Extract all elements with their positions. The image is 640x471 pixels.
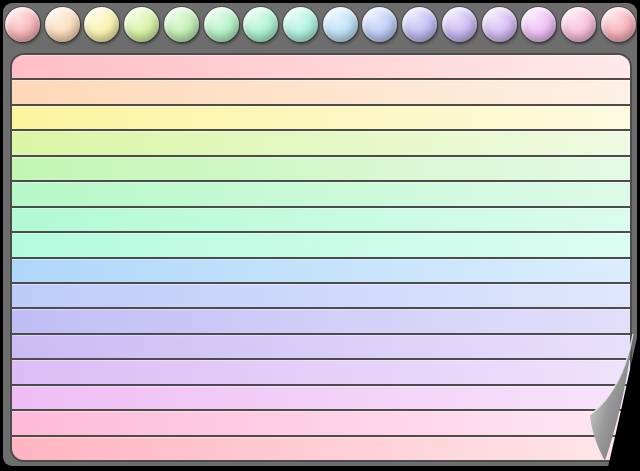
- line-aquamint: [12, 208, 630, 233]
- line-pink: [12, 411, 630, 436]
- dot-lightgreen-icon: [164, 7, 199, 42]
- dot-orchid-icon: [521, 7, 556, 42]
- dot-rose-icon: [601, 7, 636, 42]
- dot-lavender-icon: [402, 7, 437, 42]
- line-yellow: [12, 106, 630, 131]
- page-curl-icon: [560, 320, 640, 471]
- line-lavender: [12, 309, 630, 334]
- line-lightpurple: [12, 335, 630, 360]
- dot-aqua-icon: [283, 7, 318, 42]
- line-yellowgreen: [12, 131, 630, 156]
- line-peach: [12, 80, 630, 105]
- dot-mint-icon: [204, 7, 239, 42]
- dot-salmon-icon: [5, 7, 40, 42]
- dot-lightpurple-icon: [442, 7, 477, 42]
- line-salmon: [12, 55, 630, 80]
- dot-yellow-icon: [84, 7, 119, 42]
- color-dots-bar: [5, 6, 636, 42]
- dot-periwinkle-icon: [362, 7, 397, 42]
- line-lightgreen: [12, 157, 630, 182]
- line-orchid: [12, 386, 630, 411]
- dot-violet-icon: [482, 7, 517, 42]
- dot-pink-icon: [561, 7, 596, 42]
- line-rose: [12, 437, 630, 460]
- notecard-graphic: [0, 0, 640, 471]
- line-aqua: [12, 233, 630, 258]
- line-periwinkle: [12, 284, 630, 309]
- dot-lightblue-icon: [323, 7, 358, 42]
- line-violet: [12, 360, 630, 385]
- dot-aquamint-icon: [243, 7, 278, 42]
- line-lightblue: [12, 259, 630, 284]
- line-mint: [12, 182, 630, 207]
- note-page: [10, 53, 632, 462]
- dot-peach-icon: [45, 7, 80, 42]
- dot-yellowgreen-icon: [124, 7, 159, 42]
